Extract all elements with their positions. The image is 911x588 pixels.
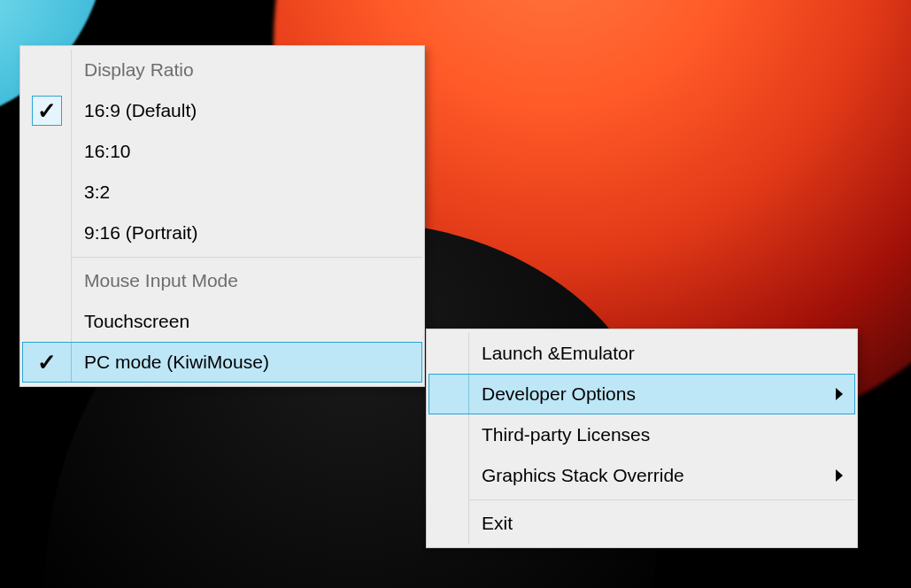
check-icon: ✓: [37, 99, 57, 122]
menu-item-label: Developer Options: [482, 383, 636, 405]
checked-indicator: ✓: [32, 96, 62, 126]
menu-item-launch-emulator[interactable]: Launch &Emulator: [428, 333, 855, 374]
menu-item-ratio-16-9[interactable]: ✓ 16:9 (Default): [22, 90, 422, 131]
section-label: Mouse Input Mode: [84, 270, 238, 291]
menu-item-developer-options[interactable]: Developer Options: [428, 374, 855, 414]
menu-item-label: 16:9 (Default): [84, 100, 197, 121]
menu-item-third-party-licenses[interactable]: Third-party Licenses: [428, 414, 855, 455]
section-header-mouse-input: Mouse Input Mode: [22, 260, 422, 301]
menu-item-label: Third-party Licenses: [482, 424, 650, 445]
check-icon: ✓: [37, 351, 57, 374]
menu-item-label: Graphics Stack Override: [482, 465, 684, 486]
menu-item-label: Exit: [482, 513, 513, 534]
menu-item-label: Launch &Emulator: [482, 343, 635, 364]
section-header-display-ratio: Display Ratio: [22, 50, 422, 90]
menu-separator: [428, 496, 855, 503]
menu-item-label: 9:16 (Portrait): [84, 222, 197, 244]
submenu-arrow-icon: [836, 388, 843, 400]
menu-item-ratio-3-2[interactable]: 3:2: [22, 172, 422, 213]
submenu-arrow-icon: [836, 469, 843, 482]
menu-item-graphics-stack-override[interactable]: Graphics Stack Override: [428, 455, 855, 496]
main-context-menu: Launch &Emulator Developer Options Third…: [426, 329, 858, 548]
menu-item-label: Touchscreen: [84, 311, 189, 332]
menu-item-mouse-touchscreen[interactable]: Touchscreen: [22, 301, 422, 342]
menu-item-label: 3:2: [84, 182, 110, 203]
section-label: Display Ratio: [84, 59, 194, 81]
developer-options-submenu: Display Ratio ✓ 16:9 (Default) 16:10 3:2…: [19, 45, 425, 387]
menu-item-ratio-16-10[interactable]: 16:10: [22, 131, 422, 172]
menu-item-ratio-9-16[interactable]: 9:16 (Portrait): [22, 213, 422, 253]
menu-item-label: PC mode (KiwiMouse): [84, 352, 269, 373]
menu-item-exit[interactable]: Exit: [428, 503, 855, 544]
menu-item-label: 16:10: [84, 141, 131, 162]
menu-separator: [22, 253, 422, 260]
menu-item-mouse-pc-mode[interactable]: ✓ PC mode (KiwiMouse): [22, 342, 422, 383]
